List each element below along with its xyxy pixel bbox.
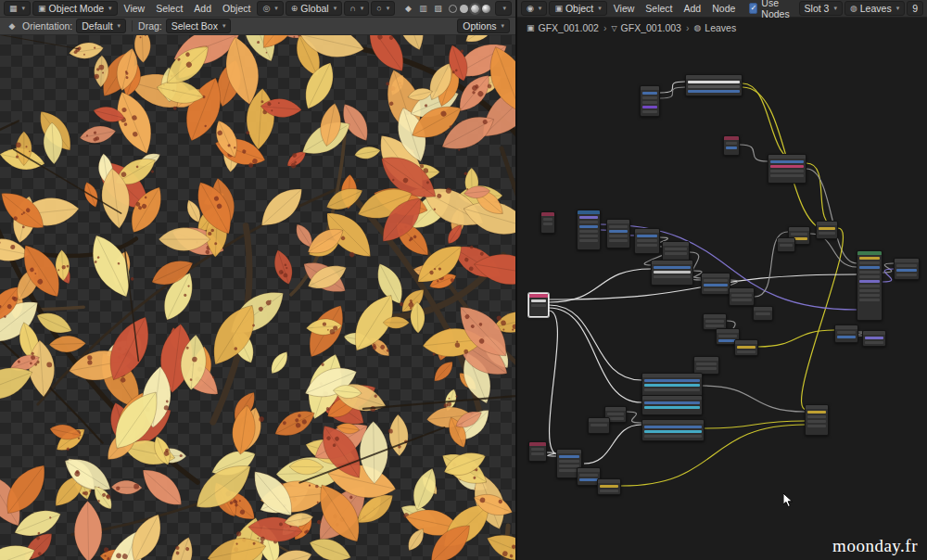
- graph-node[interactable]: [640, 85, 660, 117]
- node-socket-row: [600, 490, 618, 492]
- viewport-3d[interactable]: Object Mode View Select Add Object Globa…: [0, 0, 515, 560]
- snap-dropdown[interactable]: [344, 1, 369, 16]
- shading-wireframe-icon[interactable]: [449, 5, 457, 13]
- node-header: [702, 274, 730, 277]
- breadcrumb-separator: [685, 22, 691, 33]
- show-gizmos-icon[interactable]: [401, 2, 414, 15]
- use-nodes-checkbox[interactable]: Use Nodes: [749, 0, 794, 19]
- node-socket-row: [859, 275, 880, 278]
- graph-node[interactable]: [805, 404, 829, 436]
- graph-node[interactable]: [577, 210, 601, 250]
- graph-node[interactable]: [606, 219, 630, 248]
- mode-dropdown[interactable]: Object Mode: [32, 1, 118, 16]
- node-socket-row: [531, 448, 544, 451]
- node-header: [863, 331, 885, 335]
- node-socket-row: [859, 289, 880, 292]
- material-dropdown[interactable]: Leaves: [844, 1, 905, 16]
- graph-node[interactable]: [777, 237, 795, 252]
- node-socket-row: [865, 337, 883, 339]
- node-socket-row: [837, 331, 856, 334]
- breadcrumb: GFX_001.002 GFX_001.003 Leaves: [527, 22, 736, 33]
- node-socket-row: [859, 266, 880, 269]
- node-socket-row: [609, 239, 628, 242]
- editor-type-button[interactable]: [521, 1, 547, 16]
- transform-orientation-dropdown[interactable]: Global: [286, 1, 342, 16]
- node-socket-row: [637, 235, 657, 237]
- material-slot-dropdown[interactable]: Slot 3: [799, 1, 843, 16]
- menu-object[interactable]: Object: [218, 3, 255, 14]
- graph-node[interactable]: [693, 356, 719, 375]
- graph-node[interactable]: [528, 441, 547, 462]
- orientation-select[interactable]: Default: [76, 19, 126, 33]
- node-socket-row: [737, 346, 756, 349]
- shader-node-editor[interactable]: Object View Select Add Node Use Nodes Sl…: [515, 0, 927, 560]
- shader-type-label: Object: [565, 3, 593, 14]
- graph-node-selected[interactable]: [528, 293, 549, 317]
- menu-view[interactable]: View: [609, 3, 640, 14]
- node-socket-row: [644, 435, 702, 438]
- slot-label: Slot 3: [805, 3, 830, 14]
- node-socket-row: [859, 271, 880, 274]
- menu-view[interactable]: View: [120, 3, 150, 14]
- menu-add[interactable]: Add: [679, 3, 706, 14]
- snap-magnet-icon: [349, 4, 356, 13]
- node-socket-row: [859, 261, 880, 264]
- menu-add[interactable]: Add: [189, 3, 216, 14]
- editor-type-button[interactable]: [4, 1, 31, 16]
- graph-node[interactable]: [597, 478, 621, 495]
- graph-node[interactable]: [588, 417, 610, 434]
- graph-node[interactable]: [634, 228, 660, 254]
- menu-select[interactable]: Select: [151, 3, 187, 14]
- node-header: [789, 227, 809, 231]
- graph-node[interactable]: [651, 260, 693, 286]
- node-header: [641, 86, 659, 90]
- pivot-dropdown[interactable]: [257, 1, 283, 16]
- node-socket-row: [543, 218, 552, 221]
- graph-node[interactable]: [641, 419, 705, 441]
- breadcrumb-object[interactable]: GFX_001.002: [539, 22, 599, 33]
- graph-node[interactable]: [753, 306, 773, 321]
- breadcrumb-material[interactable]: Leaves: [705, 22, 736, 33]
- shading-material-icon[interactable]: [471, 5, 479, 13]
- menu-select[interactable]: Select: [641, 3, 677, 14]
- graph-node[interactable]: [816, 221, 838, 239]
- node-graph-canvas[interactable]: [517, 41, 927, 560]
- graph-node[interactable]: [685, 74, 743, 96]
- object-data-icon: [527, 23, 535, 32]
- graph-node[interactable]: [641, 373, 703, 397]
- graph-node[interactable]: [862, 330, 886, 347]
- graph-node[interactable]: [540, 211, 555, 234]
- toggle-xray-icon[interactable]: [431, 2, 444, 15]
- orientation-label: Global: [300, 3, 328, 14]
- breadcrumb-mesh[interactable]: GFX_001.003: [621, 22, 681, 33]
- node-header: [578, 210, 600, 214]
- node-socket-row: [644, 406, 700, 409]
- node-socket-row: [704, 284, 728, 286]
- shader-type-dropdown[interactable]: Object: [549, 1, 606, 16]
- graph-node[interactable]: [641, 395, 703, 415]
- node-header: [694, 357, 718, 361]
- node-socket-row: [718, 335, 737, 337]
- graph-node[interactable]: [729, 287, 755, 306]
- graph-node[interactable]: [768, 154, 806, 184]
- transform-gizmo-icon[interactable]: [6, 19, 19, 32]
- graph-node[interactable]: [734, 339, 758, 356]
- node-socket-row: [770, 165, 804, 168]
- show-overlays-icon[interactable]: [416, 2, 429, 15]
- node-socket-row: [642, 106, 657, 108]
- graph-node[interactable]: [723, 135, 740, 156]
- material-users-button[interactable]: 9: [907, 1, 923, 16]
- graph-node[interactable]: [894, 258, 920, 280]
- proportional-edit-dropdown[interactable]: [371, 1, 395, 16]
- menu-node[interactable]: Node: [707, 3, 740, 14]
- drag-select[interactable]: Select Box: [166, 19, 232, 33]
- graph-node[interactable]: [662, 241, 690, 261]
- graph-node[interactable]: [701, 273, 730, 295]
- graph-node[interactable]: [834, 325, 858, 343]
- viewport-tool-settings: Orientation: Default Drag: Select Box Op…: [0, 18, 515, 35]
- shading-options-dropdown[interactable]: [495, 1, 512, 16]
- shading-solid-icon[interactable]: [460, 5, 468, 13]
- graph-node[interactable]: [857, 250, 883, 321]
- options-dropdown[interactable]: Options: [457, 19, 510, 33]
- shading-rendered-icon[interactable]: [482, 5, 490, 13]
